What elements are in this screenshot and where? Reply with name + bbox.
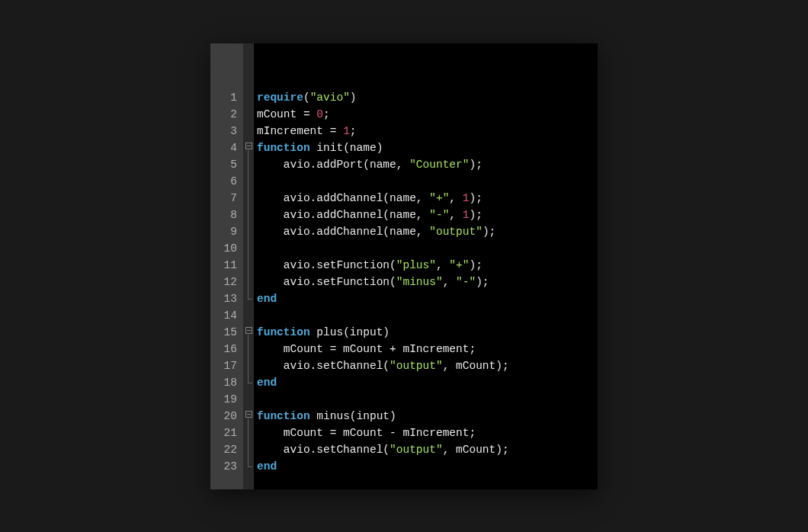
code-line[interactable]: function plus(input) [257,324,590,341]
fold-marker[interactable] [243,441,254,458]
token-punct: , [449,209,462,221]
token-string: "avio" [310,91,350,104]
line-number: 19 [210,391,237,408]
fold-marker[interactable] [243,139,254,156]
code-line[interactable]: require("avio") [257,89,590,106]
token-string: "output" [429,226,483,238]
fold-marker[interactable] [243,357,254,374]
code-line[interactable]: mCount = mCount - mIncrement; [257,425,590,441]
fold-marker[interactable] [243,156,254,173]
fold-marker[interactable] [243,89,254,106]
code-line[interactable] [257,307,590,324]
line-number: 14 [210,307,237,324]
token-ident: mIncrement = [257,125,343,137]
fold-marker[interactable] [243,391,254,408]
code-line[interactable]: function minus(input) [257,408,590,425]
token-punct: , [436,259,449,271]
token-ident: avio.addChannel(name, [257,192,429,204]
fold-collapse-icon[interactable] [245,143,252,149]
code-line[interactable]: mCount = mCount + mIncrement; [257,341,590,357]
code-line[interactable]: avio.addChannel(name, "+", 1); [257,190,590,207]
code-line[interactable] [257,391,590,408]
token-ident: mCount = mCount + mIncrement; [257,343,476,355]
fold-marker[interactable] [243,408,254,425]
code-line[interactable]: avio.setChannel("output", mCount); [257,357,590,374]
line-number: 7 [210,190,237,207]
fold-marker[interactable] [243,290,254,307]
fold-marker[interactable] [243,223,254,240]
token-punct: ) [350,91,357,104]
fold-marker[interactable] [243,374,254,391]
token-ident: avio.addChannel(name, [257,209,429,221]
token-ident: minus(input) [310,410,396,422]
fold-margin[interactable] [243,43,254,489]
code-line[interactable]: end [257,458,590,475]
code-line[interactable]: avio.addPort(name, "Counter"); [257,156,590,173]
line-number-gutter: 1234567891011121314151617181920212223 [210,43,243,489]
token-punct: ( [303,91,310,104]
code-area[interactable]: require("avio")mCount = 0;mIncrement = 1… [254,43,598,489]
code-line[interactable]: mCount = 0; [257,106,590,123]
fold-marker[interactable] [243,123,254,139]
line-number: 22 [210,441,237,458]
fold-marker[interactable] [243,274,254,290]
code-line[interactable]: function init(name) [257,139,590,156]
code-line[interactable]: avio.setChannel("output", mCount); [257,441,590,458]
token-string: "output" [390,360,443,372]
token-ident: avio.setChannel( [257,444,390,456]
code-editor[interactable]: 1234567891011121314151617181920212223 re… [210,43,598,489]
fold-collapse-icon[interactable] [245,327,252,334]
line-number: 16 [210,341,237,357]
token-string: "output" [390,444,443,456]
code-line[interactable]: avio.addChannel(name, "output"); [257,223,590,240]
token-punct: ); [469,209,482,221]
fold-marker[interactable] [243,458,254,475]
fold-collapse-icon[interactable] [245,411,252,418]
token-punct: , mCount); [443,444,509,456]
code-line[interactable]: end [257,374,590,391]
token-ident: avio.setChannel( [257,360,390,372]
token-string: "+" [429,192,449,204]
line-number: 9 [210,223,237,240]
line-number: 6 [210,173,237,190]
line-number: 17 [210,357,237,374]
token-ident: avio.addPort(name, [257,159,409,171]
token-keyword: end [257,460,277,473]
fold-marker[interactable] [243,307,254,324]
token-ident: avio.addChannel(name, [257,226,429,238]
fold-marker[interactable] [243,190,254,207]
token-string: "minus" [396,276,443,288]
token-punct: , [449,192,462,204]
token-string: "-" [429,209,449,221]
code-line[interactable] [257,240,590,257]
token-ident: avio.setFunction( [257,276,396,288]
line-number: 10 [210,240,237,257]
code-line[interactable]: avio.setFunction("minus", "-"); [257,274,590,290]
fold-marker[interactable] [243,425,254,441]
token-punct: ); [476,276,489,288]
code-line[interactable]: end [257,290,590,307]
line-number: 2 [210,106,237,123]
token-punct: ); [469,159,482,171]
fold-marker[interactable] [243,106,254,123]
code-line[interactable]: avio.addChannel(name, "-", 1); [257,207,590,223]
fold-marker[interactable] [243,341,254,357]
fold-marker[interactable] [243,257,254,274]
token-ident: mCount = [257,108,316,120]
fold-marker[interactable] [243,207,254,223]
fold-marker[interactable] [243,240,254,257]
code-line[interactable]: avio.setFunction("plus", "+"); [257,257,590,274]
fold-marker[interactable] [243,173,254,190]
line-number: 21 [210,425,237,441]
token-number: 1 [343,125,350,137]
line-number: 3 [210,123,237,139]
line-number: 1 [210,89,237,106]
token-ident: init(name) [310,142,383,154]
token-ident: avio.setFunction( [257,259,396,271]
token-keyword: function [257,142,310,154]
code-line[interactable]: mIncrement = 1; [257,123,590,139]
fold-marker[interactable] [243,324,254,341]
token-punct: ; [350,125,357,137]
code-line[interactable] [257,173,590,190]
token-keyword: end [257,377,277,389]
